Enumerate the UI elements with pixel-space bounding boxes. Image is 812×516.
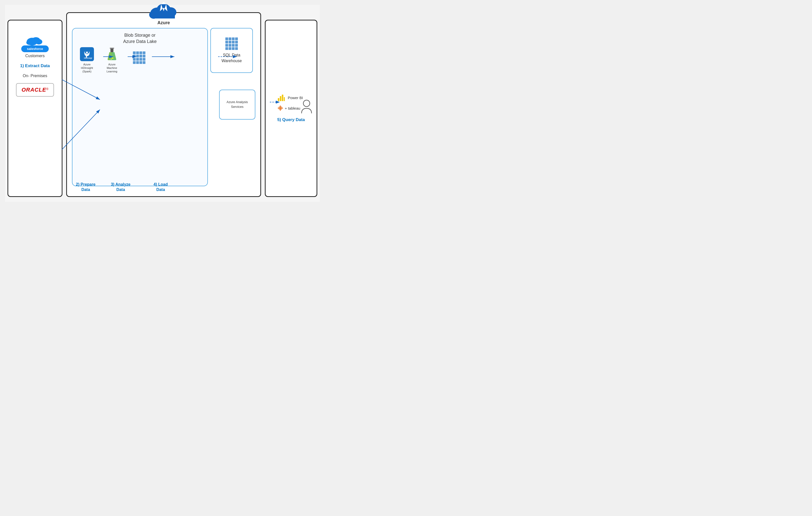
svg-point-18 [86, 53, 87, 54]
svg-rect-43 [225, 37, 228, 40]
svg-rect-25 [110, 48, 114, 49]
oracle-box: ORACLE® [16, 83, 54, 97]
svg-rect-50 [235, 41, 238, 43]
svg-rect-72 [279, 107, 280, 107]
azure-ml-label: AzureMachineLearning [107, 63, 117, 73]
tableau-icon [277, 105, 283, 111]
svg-rect-41 [139, 61, 142, 64]
svg-point-16 [88, 51, 89, 53]
svg-point-15 [85, 51, 86, 53]
powerbi-icon [277, 94, 285, 101]
svg-rect-47 [225, 41, 228, 43]
sql-dw-title: SQL DataWarehouse [221, 53, 241, 64]
svg-rect-38 [143, 58, 145, 61]
step1-label: 1) Extract Data [20, 63, 50, 69]
svg-rect-71 [278, 108, 283, 109]
svg-rect-74 [279, 109, 280, 110]
salesforce-badge: salesforce [21, 45, 49, 52]
svg-rect-54 [235, 44, 238, 47]
azure-cloud-container: Azure [147, 0, 180, 26]
svg-rect-56 [229, 47, 231, 50]
step-labels: 2) PrepareData 3) AnalyzeData 4) LoadDat… [75, 182, 172, 192]
svg-point-3 [26, 40, 32, 45]
right-panel: Power BI + tabl [265, 20, 317, 197]
user-icon [300, 99, 313, 117]
svg-rect-33 [139, 55, 142, 57]
svg-point-24 [111, 59, 112, 60]
svg-rect-27 [133, 52, 136, 54]
svg-rect-73 [281, 107, 282, 107]
svg-rect-40 [136, 61, 139, 64]
svg-rect-68 [284, 97, 285, 101]
svg-rect-32 [136, 55, 139, 57]
svg-point-2 [35, 39, 42, 44]
step4-label: 4) LoadData [149, 182, 172, 192]
tableau-row: + tableau [277, 105, 300, 111]
svg-point-23 [112, 57, 113, 59]
hdinsight-icon: HDInsight [80, 47, 94, 61]
oracle-label: ORACLE [22, 87, 46, 93]
svg-rect-58 [235, 47, 238, 50]
svg-rect-46 [235, 37, 238, 40]
powerbi-row: Power BI [277, 94, 303, 101]
svg-rect-35 [133, 58, 136, 61]
customers-label: Customers [25, 54, 45, 58]
tableau-label: + tableau [285, 106, 300, 110]
left-panel: salesforce Customers 1) Extract Data On-… [7, 20, 62, 197]
sql-dw-box: SQL DataWarehouse [210, 28, 253, 73]
svg-rect-55 [225, 47, 228, 50]
step5-label: 5) Query Data [277, 117, 305, 123]
svg-point-19 [87, 53, 88, 54]
svg-rect-49 [232, 41, 235, 43]
svg-rect-53 [232, 44, 235, 47]
svg-rect-39 [133, 61, 136, 64]
svg-rect-75 [281, 109, 282, 110]
svg-point-22 [109, 56, 111, 58]
right-content: Power BI + tabl [275, 91, 308, 125]
architecture-diagram: salesforce Customers 1) Extract Data On-… [5, 5, 320, 202]
step3-label: 3) AnalyzeData [110, 182, 132, 192]
step2-label: 2) PrepareData [75, 182, 97, 192]
svg-rect-52 [229, 44, 231, 47]
svg-rect-51 [225, 44, 228, 47]
aas-box: Azure Analysis Services [219, 90, 255, 120]
svg-rect-28 [136, 52, 139, 54]
azure-ml-icon [105, 47, 119, 61]
svg-marker-10 [161, 2, 166, 4]
hdinsight-label: AzureHDInsight(Spark) [81, 63, 93, 73]
azure-label: Azure [157, 20, 170, 26]
svg-rect-37 [139, 58, 142, 61]
grid-icon-1 [133, 51, 146, 65]
svg-rect-42 [143, 61, 145, 64]
svg-rect-67 [282, 95, 283, 101]
blob-title: Blob Storage orAzure Data Lake [78, 32, 202, 45]
svg-rect-65 [278, 98, 279, 101]
azure-ml-box: AzureMachineLearning [105, 47, 119, 73]
svg-rect-44 [229, 37, 231, 40]
svg-rect-8 [152, 13, 175, 19]
svg-rect-48 [229, 41, 231, 43]
svg-rect-66 [280, 96, 281, 101]
svg-rect-36 [136, 58, 139, 61]
svg-rect-31 [133, 55, 136, 57]
salesforce-cloud-icon [25, 33, 45, 45]
salesforce-section: salesforce Customers [21, 33, 49, 58]
svg-rect-30 [143, 52, 145, 54]
blob-storage-area: Blob Storage orAzure Data Lake [72, 28, 208, 186]
svg-rect-34 [143, 55, 145, 57]
middle-panel: Azure Blob Storage orAzure Data Lake [66, 12, 261, 197]
svg-rect-29 [139, 52, 142, 54]
on-prem-label: On- Premises [23, 74, 47, 78]
svg-rect-57 [232, 47, 235, 50]
aas-title: Azure Analysis Services [222, 100, 253, 109]
hdinsight-box: HDInsight AzureHDInsight(Spark) [80, 47, 94, 73]
svg-point-69 [303, 100, 310, 107]
svg-rect-45 [232, 37, 235, 40]
azure-cloud-icon [147, 0, 180, 19]
svg-text:HDInsight: HDInsight [84, 57, 92, 59]
